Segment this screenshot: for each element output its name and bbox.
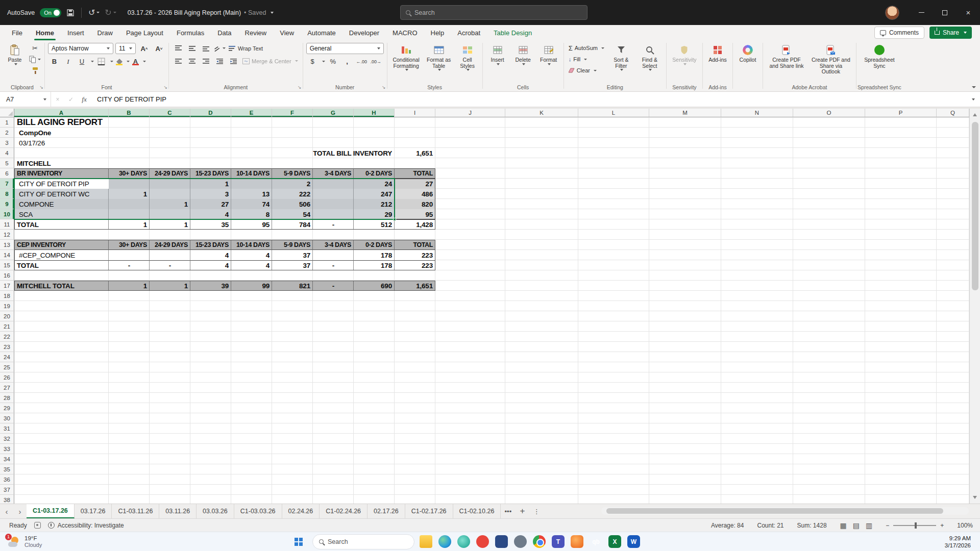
collapse-ribbon-button[interactable] xyxy=(972,86,976,88)
select-all-corner[interactable] xyxy=(0,109,14,117)
sheet-tab-C1-02.17.26[interactable]: C1-02.17.26 xyxy=(405,504,453,518)
zoom-level[interactable]: 100% xyxy=(957,522,973,529)
scroll-down-icon[interactable] xyxy=(973,496,977,499)
sheet-tab-C1-02.10.26[interactable]: C1-02.10.26 xyxy=(453,504,501,518)
row-header-5[interactable]: 5 xyxy=(0,158,14,168)
insert-function-button[interactable]: fx xyxy=(78,92,91,107)
ribbon-tab-file[interactable]: File xyxy=(5,25,29,40)
vertical-scroll-thumb[interactable] xyxy=(972,122,978,290)
chrome-icon[interactable] xyxy=(533,535,546,548)
tab-splitter[interactable]: ⋮ xyxy=(529,504,544,518)
cell-A1[interactable]: BILL AGING REPORT xyxy=(14,117,190,128)
ribbon-tab-formulas[interactable]: Formulas xyxy=(170,25,211,40)
view-normal-button[interactable]: ▦ xyxy=(840,521,847,530)
cell-A2[interactable]: CompOne xyxy=(14,128,109,138)
weather-widget[interactable]: 1 19°FCloudy xyxy=(0,535,112,548)
align-top-icon[interactable] xyxy=(172,43,185,54)
row-header-10[interactable]: 10 xyxy=(0,209,14,219)
app-teal-icon[interactable] xyxy=(457,535,470,548)
row-header-1[interactable]: 1 xyxy=(0,117,14,128)
row-header-7[interactable]: 7 xyxy=(0,179,14,189)
increase-font-size-button[interactable]: A˄ xyxy=(138,43,151,54)
redo-button[interactable]: ↻ xyxy=(105,8,116,17)
taskbar-search[interactable]: Search xyxy=(312,534,414,549)
horizontal-scrollbar[interactable] xyxy=(601,507,969,515)
row-header-17[interactable]: 17 xyxy=(0,281,14,291)
titlebar-search[interactable]: Search xyxy=(400,5,587,20)
ribbon-tab-help[interactable]: Help xyxy=(424,25,451,40)
format-as-table-button[interactable]: Format as Table xyxy=(424,43,454,83)
italic-button[interactable]: I xyxy=(62,56,75,67)
create-pdf-share-link-button[interactable]: Create PDF and Share link xyxy=(766,43,807,83)
row-header-20[interactable]: 20 xyxy=(0,311,14,321)
horizontal-scroll-thumb[interactable] xyxy=(606,508,943,514)
file-explorer-icon[interactable] xyxy=(420,535,432,548)
font-name-select[interactable]: Aptos Narrow xyxy=(48,43,113,54)
column-header-C[interactable]: C xyxy=(150,109,190,117)
merge-center-button[interactable]: Merge & Center xyxy=(241,56,300,66)
ribbon-tab-review[interactable]: Review xyxy=(238,25,274,40)
align-middle-icon[interactable] xyxy=(186,43,199,54)
align-bottom-icon[interactable] xyxy=(200,43,212,54)
more-sheets-button[interactable]: ••• xyxy=(501,504,515,518)
row-header-2[interactable]: 2 xyxy=(0,128,14,138)
document-title[interactable]: 03.17.26 - 2026 Bill Aging Report (Main)… xyxy=(128,9,274,16)
underline-button[interactable]: U xyxy=(76,56,88,67)
align-left-icon[interactable] xyxy=(172,56,185,66)
quickbooks-icon[interactable]: qb xyxy=(590,535,602,548)
row-header-31[interactable]: 31 xyxy=(0,423,14,434)
zoom-slider[interactable] xyxy=(893,525,936,526)
vertical-scrollbar[interactable] xyxy=(969,109,980,504)
row-header-28[interactable]: 28 xyxy=(0,393,14,403)
sheet-tab-02.17.26[interactable]: 02.17.26 xyxy=(368,504,405,518)
row-header-16[interactable]: 16 xyxy=(0,270,14,281)
sheet-nav-right-button[interactable]: › xyxy=(13,504,27,518)
app-orange-icon[interactable] xyxy=(571,535,583,548)
column-header-G[interactable]: G xyxy=(313,109,354,117)
row-header-34[interactable]: 34 xyxy=(0,454,14,464)
new-sheet-button[interactable]: + xyxy=(515,504,529,518)
copilot-button[interactable]: Copilot xyxy=(736,43,760,83)
column-header-K[interactable]: K xyxy=(505,109,578,117)
avatar[interactable] xyxy=(885,6,899,20)
row-header-25[interactable]: 25 xyxy=(0,362,14,372)
cell-I4[interactable]: 1,651 xyxy=(395,148,435,158)
clock[interactable]: 9:29 AM 3/17/2026 xyxy=(945,535,980,549)
orientation-button[interactable] xyxy=(213,43,226,54)
app-navy-icon[interactable] xyxy=(495,535,508,548)
ribbon-tab-table-design[interactable]: Table Design xyxy=(487,25,538,40)
row-header-33[interactable]: 33 xyxy=(0,444,14,454)
cancel-button[interactable]: × xyxy=(51,92,64,107)
conditional-formatting-button[interactable]: Conditional Formatting xyxy=(390,43,422,83)
row-header-27[interactable]: 27 xyxy=(0,383,14,393)
row-header-32[interactable]: 32 xyxy=(0,434,14,444)
column-header-F[interactable]: F xyxy=(272,109,313,117)
undo-button[interactable]: ↺ xyxy=(88,8,100,17)
row-header-14[interactable]: 14 xyxy=(0,250,14,260)
row-header-37[interactable]: 37 xyxy=(0,485,14,495)
close-button[interactable]: × xyxy=(957,0,980,25)
fill-color-button[interactable] xyxy=(114,57,124,66)
increase-decimal-button[interactable]: ←.00 xyxy=(355,56,368,67)
formula-bar-expand-button[interactable] xyxy=(965,98,980,101)
row-header-15[interactable]: 15 xyxy=(0,260,14,270)
row-header-11[interactable]: 11 xyxy=(0,219,14,230)
cell-A5[interactable]: MITCHELL xyxy=(14,158,109,168)
insert-cells-button[interactable]: Insert xyxy=(486,43,509,83)
start-button[interactable] xyxy=(290,533,307,550)
fill-button[interactable]: ↓Fill xyxy=(567,54,606,64)
sheet-nav-left-button[interactable]: ‹ xyxy=(0,504,13,518)
column-header-M[interactable]: M xyxy=(649,109,721,117)
row-header-21[interactable]: 21 xyxy=(0,321,14,332)
fill-handle[interactable] xyxy=(393,218,396,221)
column-header-J[interactable]: J xyxy=(435,109,505,117)
sheet-tab-C1-03.11.26[interactable]: C1-03.11.26 xyxy=(112,504,159,518)
ribbon-tab-draw[interactable]: Draw xyxy=(91,25,119,40)
sheet-tab-03.11.26[interactable]: 03.11.26 xyxy=(159,504,197,518)
percent-style-button[interactable]: % xyxy=(327,56,339,67)
sheet-tab-C1-03.03.26[interactable]: C1-03.03.26 xyxy=(234,504,282,518)
number-dialog-launcher[interactable]: ↘ xyxy=(382,85,386,90)
row-header-30[interactable]: 30 xyxy=(0,413,14,423)
row-header-36[interactable]: 36 xyxy=(0,474,14,485)
column-header-P[interactable]: P xyxy=(865,109,937,117)
